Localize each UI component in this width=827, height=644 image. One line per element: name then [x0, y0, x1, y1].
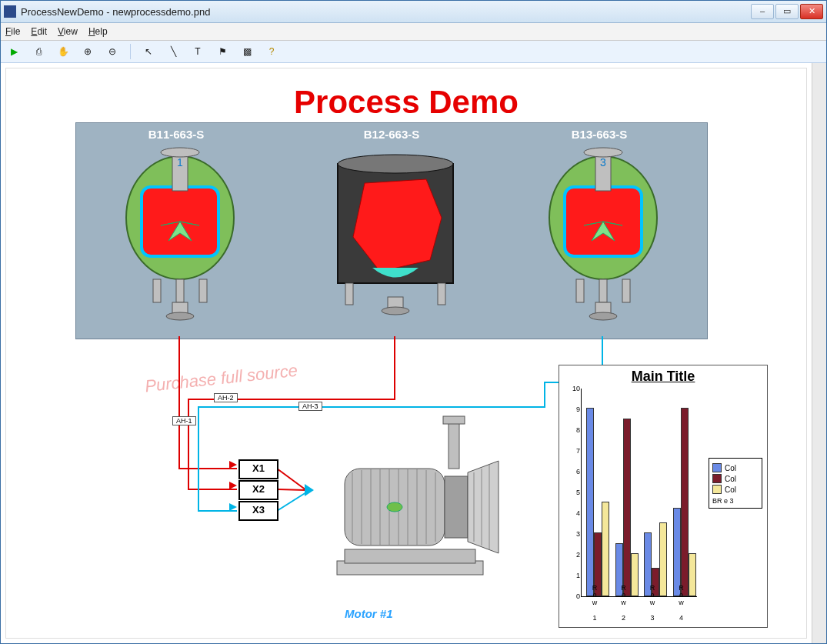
- svg-point-26: [589, 312, 617, 320]
- svg-marker-27: [229, 461, 237, 469]
- menu-file[interactable]: File: [5, 26, 20, 37]
- svg-rect-14: [438, 283, 445, 305]
- chart-legend: ColColColBR e 3: [709, 458, 762, 509]
- tank-panel: B11-663-S 1: [75, 122, 708, 339]
- svg-rect-45: [445, 476, 468, 538]
- xbox-2[interactable]: X2: [238, 480, 278, 500]
- maximize-button[interactable]: ▭: [775, 4, 799, 19]
- xbox-3[interactable]: X3: [238, 501, 278, 521]
- minimize-button[interactable]: –: [751, 4, 774, 19]
- svg-point-16: [382, 307, 409, 315]
- hand-icon[interactable]: ✋: [55, 43, 72, 60]
- svg-rect-22: [576, 279, 584, 302]
- svg-point-11: [338, 155, 453, 173]
- motor[interactable]: [314, 399, 522, 602]
- titlebar: ProcessNewDemo - newprocessdemo.pnd – ▭ …: [1, 1, 826, 23]
- zoom-out-icon[interactable]: ⊖: [104, 43, 121, 60]
- tank-3[interactable]: 3: [538, 145, 669, 322]
- chart-title: Main Title: [559, 369, 767, 385]
- tank-badge-1: 1: [177, 156, 183, 169]
- pipe-label-ah1: AH-1: [172, 416, 196, 425]
- chart-plot: 012345678910Row1Row2Row3Row4: [581, 389, 697, 597]
- app-window: ProcessNewDemo - newprocessdemo.pnd – ▭ …: [0, 0, 827, 644]
- svg-rect-6: [176, 279, 184, 302]
- menubar: File Edit View Help: [1, 23, 826, 41]
- xbox-1[interactable]: X1: [238, 459, 278, 479]
- menu-help[interactable]: Help: [88, 26, 108, 37]
- svg-rect-50: [449, 422, 459, 469]
- flags-icon[interactable]: ⚑: [214, 43, 231, 60]
- svg-rect-5: [153, 279, 161, 302]
- toolbar: ▶ ⎙ ✋ ⊕ ⊖ ↖ ╲ T ⚑ ▩ ?: [1, 41, 826, 63]
- chart-icon[interactable]: ▩: [238, 43, 255, 60]
- tank-1[interactable]: 1: [115, 145, 245, 322]
- svg-marker-28: [229, 482, 237, 489]
- tank-label-1: B11-663-S: [99, 128, 253, 141]
- svg-rect-13: [345, 283, 353, 305]
- print-icon[interactable]: ⎙: [30, 43, 47, 60]
- canvas[interactable]: Process Demo Purchase full source B11-66…: [5, 68, 807, 639]
- svg-rect-32: [345, 549, 475, 563]
- pipe-label-ah2: AH-2: [214, 393, 238, 402]
- svg-rect-51: [443, 416, 465, 424]
- svg-marker-29: [229, 503, 237, 511]
- vertical-scrollbar[interactable]: [812, 63, 826, 643]
- zoom-in-icon[interactable]: ⊕: [79, 43, 96, 60]
- menu-view[interactable]: View: [58, 26, 78, 37]
- svg-point-9: [166, 312, 194, 320]
- svg-rect-24: [622, 279, 630, 302]
- chart[interactable]: Main Title 012345678910Row1Row2Row3Row4 …: [559, 365, 768, 628]
- page-title: Process Demo: [6, 84, 806, 121]
- close-button[interactable]: ✕: [800, 4, 823, 19]
- menu-edit[interactable]: Edit: [31, 26, 47, 37]
- tank-2[interactable]: [315, 145, 476, 322]
- svg-marker-30: [305, 484, 314, 496]
- run-icon[interactable]: ▶: [5, 43, 22, 60]
- svg-point-44: [387, 502, 402, 512]
- tank-badge-3: 3: [600, 156, 606, 169]
- motor-label: Motor #1: [345, 607, 393, 620]
- svg-rect-23: [599, 279, 607, 302]
- tank-label-2: B12-663-S: [315, 128, 469, 141]
- help-icon[interactable]: ?: [263, 43, 280, 60]
- watermark: Purchase full source: [144, 361, 298, 397]
- text-icon[interactable]: T: [189, 43, 206, 60]
- line-icon[interactable]: ╲: [165, 43, 182, 60]
- window-title: ProcessNewDemo - newprocessdemo.pnd: [21, 6, 751, 18]
- app-icon: [4, 5, 16, 18]
- pointer-icon[interactable]: ↖: [140, 43, 157, 60]
- svg-rect-7: [199, 279, 207, 302]
- canvas-wrap: Process Demo Purchase full source B11-66…: [1, 63, 826, 643]
- tank-label-3: B13-663-S: [522, 128, 676, 141]
- svg-marker-46: [468, 461, 499, 553]
